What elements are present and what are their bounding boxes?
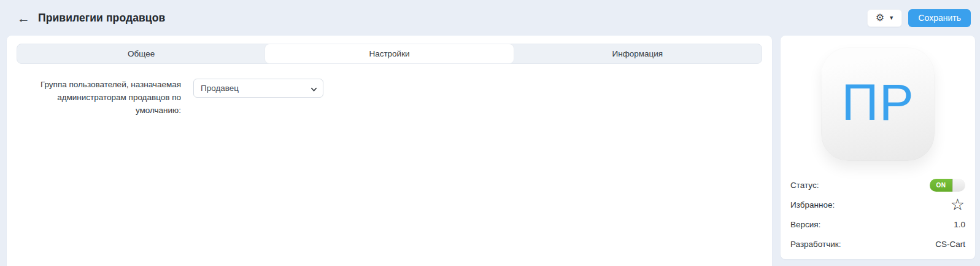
tab-general[interactable]: Общее [17,44,265,63]
addon-version-row: Версия: 1.0 [790,214,965,234]
tab-settings[interactable]: Настройки [265,44,513,63]
addon-app-icon: ПР [821,47,935,161]
page-header: ← Привилегии продавцов ⚙ ▼ Сохранить [0,0,980,36]
back-arrow-icon[interactable]: ← [15,12,33,25]
save-button[interactable]: Сохранить [908,9,971,27]
content-area: Общее Настройки Информация Группа пользо… [0,36,980,266]
favorite-star-icon[interactable]: ☆ [951,197,965,213]
tab-information[interactable]: Информация [514,44,762,63]
developer-label: Разработчик: [790,240,841,249]
status-label: Статус: [790,181,819,190]
tab-bar: Общее Настройки Информация [17,44,762,64]
gear-icon: ⚙ [876,13,884,23]
addon-info-panel: ПР Статус: ON Избранное: ☆ Версия: 1.0 Р… [781,36,975,259]
settings-dropdown-button[interactable]: ⚙ ▼ [867,9,902,27]
version-label: Версия: [790,220,820,229]
toggle-knob [952,179,965,192]
addon-icon-letters: ПР [841,76,914,133]
favorite-label: Избранное: [790,200,835,209]
chevron-down-icon: ▼ [889,15,894,21]
toggle-on-segment: ON [930,179,952,192]
status-toggle[interactable]: ON [930,179,965,192]
settings-card: Общее Настройки Информация Группа пользо… [7,36,772,266]
addon-favorite-row: Избранное: ☆ [790,195,965,214]
page-title: Привилегии продавцов [38,12,165,25]
user-group-select-wrap: Продавец [193,79,323,98]
addon-status-row: Статус: ON [790,175,965,195]
user-group-select[interactable]: Продавец [193,79,323,98]
developer-value: CS-Cart [935,240,965,249]
user-group-form-row: Группа пользователей, назначаемая админи… [17,79,762,117]
user-group-label: Группа пользователей, назначаемая админи… [17,79,193,117]
version-value: 1.0 [954,220,965,229]
addon-developer-row: Разработчик: CS-Cart [790,234,965,254]
